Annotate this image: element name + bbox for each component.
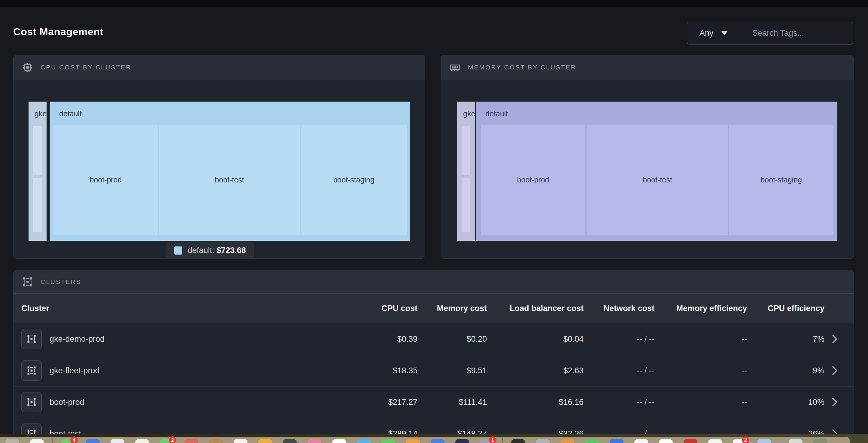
tag-match-dropdown[interactable]: Any	[687, 22, 740, 44]
load-balancer-cost-cell: $16.16	[487, 397, 584, 407]
os-menu-bar	[0, 0, 868, 7]
cost-management-app: Cost Management Any CPU COST BY CLUSTER …	[0, 0, 868, 443]
dock-divider	[780, 438, 780, 443]
cpu-treemap-cell-boot-staging[interactable]: boot-staging	[301, 125, 407, 235]
cluster-name: boot-prod	[50, 397, 84, 407]
cpu-chip-icon	[21, 61, 34, 73]
treemap-tooltip: default: $723.68	[166, 242, 254, 259]
macos-dock: 4212	[0, 437, 850, 443]
dock-app-icon-27[interactable]	[634, 439, 648, 443]
treemap-group-label: default	[485, 109, 508, 118]
cluster-icon-button[interactable]	[21, 329, 42, 349]
col-header-cluster: Cluster	[21, 304, 339, 313]
dock-app-icon-11[interactable]	[258, 439, 272, 443]
dock-app-icon-28[interactable]	[659, 439, 673, 443]
dock-app-icon-22[interactable]	[511, 439, 525, 443]
dock-notification-badge: 2	[169, 436, 176, 443]
dock-app-icon-9[interactable]	[209, 439, 223, 443]
dock-app-icon-32[interactable]	[757, 439, 771, 443]
dock-app-icon-5[interactable]	[111, 439, 124, 443]
memory-efficiency-cell: --	[654, 366, 747, 375]
dock-app-icon-6[interactable]	[135, 439, 149, 443]
cpu-treemap-group-gke[interactable]: gke	[29, 101, 46, 241]
dock-app-icon-0[interactable]	[5, 439, 19, 443]
cpu-efficiency-cell: 9%	[747, 366, 825, 375]
dock-app-icon-17[interactable]	[406, 439, 420, 443]
tooltip-label: default:	[188, 246, 217, 255]
cluster-row-boot-test[interactable]: boot-test$289.14$148.27$32.26-- / ----26…	[13, 418, 854, 434]
dock-app-icon-4[interactable]	[86, 439, 100, 443]
dock-notification-badge: 1	[489, 436, 496, 443]
clusters-panel-title: CLUSTERS	[40, 278, 82, 286]
cpu-efficiency-cell: 7%	[747, 334, 825, 344]
cluster-icon-button[interactable]	[21, 423, 42, 434]
row-chevron-right-icon[interactable]	[825, 429, 838, 434]
cluster-row-gke-demo-prod[interactable]: gke-demo-prod$0.39$0.20$0.04-- / ----7%	[13, 323, 854, 355]
dock-app-icon-3[interactable]: 4	[61, 439, 75, 443]
memory-treemap-cell-boot-staging[interactable]: boot-staging	[729, 125, 833, 235]
dock-app-icon-24[interactable]	[560, 439, 574, 443]
dock-app-icon-16[interactable]	[381, 439, 395, 443]
dock-app-icon-35[interactable]	[813, 439, 827, 443]
cpu-efficiency-cell: 10%	[747, 397, 825, 407]
cluster-group-icon	[21, 275, 34, 288]
memory-efficiency-cell: --	[654, 429, 747, 434]
tooltip-value: $723.68	[217, 246, 246, 255]
memory-treemap-cell-boot-test[interactable]: boot-test	[587, 125, 728, 235]
cpu-treemap-group-default[interactable]: default boot-prod boot-test boot-staging	[50, 101, 410, 241]
clusters-table-body: gke-demo-prod$0.39$0.20$0.04-- / ----7% …	[13, 323, 854, 434]
dock-app-icon-18[interactable]	[431, 439, 444, 443]
dock-app-icon-25[interactable]	[585, 439, 599, 443]
dock-app-icon-20[interactable]: 1	[480, 439, 494, 443]
memory-treemap-group-gke[interactable]: gke	[457, 101, 475, 241]
memory-treemap-cell[interactable]	[462, 126, 470, 175]
memory-treemap-cell-boot-prod[interactable]: boot-prod	[481, 125, 585, 235]
memory-efficiency-cell: --	[654, 334, 747, 344]
dock-app-icon-19[interactable]	[455, 439, 469, 443]
dock-app-icon-14[interactable]	[332, 439, 346, 443]
cluster-cell: gke-fleet-prod	[21, 360, 339, 381]
tag-filter-control: Any	[687, 22, 853, 45]
cluster-row-gke-fleet-prod[interactable]: gke-fleet-prod$18.35$9.51$2.63-- / ----9…	[13, 355, 854, 386]
cpu-efficiency-cell: 26%	[747, 429, 825, 434]
dock-app-icon-15[interactable]	[357, 439, 371, 443]
dock-app-icon-12[interactable]	[283, 439, 297, 443]
memory-treemap-cell[interactable]	[462, 178, 470, 232]
cpu-treemap-cell[interactable]	[33, 126, 42, 175]
dock-app-icon-1[interactable]	[30, 439, 44, 443]
row-chevron-right-icon[interactable]	[825, 365, 838, 376]
dock-app-icon-23[interactable]	[536, 439, 550, 443]
search-tags-input[interactable]	[740, 29, 853, 38]
load-balancer-cost-cell: $32.26	[487, 429, 584, 434]
cpu-treemap-cell[interactable]	[33, 178, 42, 232]
dock-app-icon-26[interactable]	[610, 439, 623, 443]
cpu-treemap-cell-boot-prod[interactable]: boot-prod	[54, 125, 158, 235]
search-seg	[740, 22, 853, 44]
dock-app-icon-29[interactable]	[684, 439, 698, 443]
cpu-cost-panel: CPU COST BY CLUSTER gke default boot-pro…	[13, 55, 425, 259]
col-header-cpu-efficiency: CPU efficiency	[747, 304, 825, 313]
dock-app-icon-30[interactable]	[708, 439, 722, 443]
dock-app-icon-34[interactable]	[789, 439, 803, 443]
memory-treemap-group-default[interactable]: default boot-prod boot-test boot-staging	[476, 101, 837, 241]
memory-cost-cell: $111.41	[417, 397, 487, 407]
memory-cost-cell: $0.20	[417, 334, 487, 344]
row-chevron-right-icon[interactable]	[825, 334, 838, 344]
dock-app-icon-31[interactable]: 2	[733, 439, 747, 443]
row-chevron-right-icon[interactable]	[825, 397, 838, 407]
cpu-treemap-cell-boot-test[interactable]: boot-test	[159, 125, 300, 235]
memory-cost-panel: MEMORY COST BY CLUSTER gke default boot-…	[441, 55, 854, 259]
memory-treemap: gke default boot-prod boot-test boot-sta…	[457, 101, 837, 241]
cpu-cost-cell: $0.39	[339, 334, 417, 344]
dock-app-icon-7[interactable]: 2	[160, 439, 174, 443]
dock-app-icon-8[interactable]	[184, 439, 198, 443]
memory-panel-title: MEMORY COST BY CLUSTER	[468, 64, 576, 71]
dock-app-icon-13[interactable]	[308, 439, 321, 443]
dock-app-icon-10[interactable]	[234, 439, 247, 443]
col-header-cpu-cost: CPU cost	[339, 304, 417, 313]
cluster-icon-button[interactable]	[21, 392, 42, 412]
cluster-row-boot-prod[interactable]: boot-prod$217.27$111.41$16.16-- / ----10…	[13, 386, 854, 418]
network-cost-cell: -- / --	[584, 366, 654, 375]
cpu-treemap: gke default boot-prod boot-test boot-sta…	[29, 101, 410, 241]
cluster-icon-button[interactable]	[21, 360, 42, 381]
